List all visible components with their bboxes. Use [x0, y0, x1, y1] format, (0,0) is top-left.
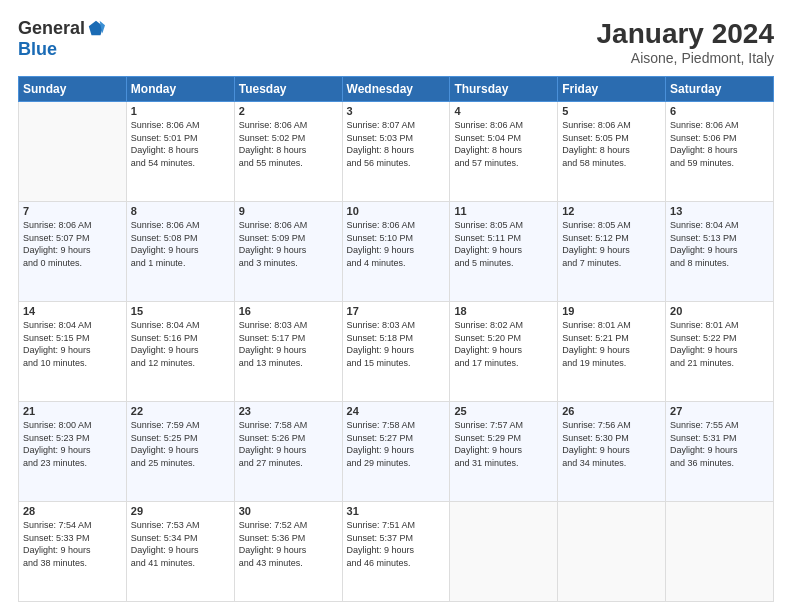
- day-number: 11: [454, 205, 553, 217]
- day-info: Sunrise: 8:04 AMSunset: 5:16 PMDaylight:…: [131, 319, 230, 369]
- sunrise-text: Sunrise: 7:59 AM: [131, 419, 230, 432]
- sunrise-text: Sunrise: 8:03 AM: [239, 319, 338, 332]
- daylight-text: Daylight: 9 hoursand 46 minutes.: [347, 544, 446, 569]
- sunset-text: Sunset: 5:06 PM: [670, 132, 769, 145]
- sunrise-text: Sunrise: 7:58 AM: [239, 419, 338, 432]
- daylight-line2: and 59 minutes.: [670, 157, 769, 170]
- sunset-text: Sunset: 5:20 PM: [454, 332, 553, 345]
- daylight-line1: Daylight: 9 hours: [23, 244, 122, 257]
- table-row: 4Sunrise: 8:06 AMSunset: 5:04 PMDaylight…: [450, 102, 558, 202]
- daylight-text: Daylight: 8 hoursand 58 minutes.: [562, 144, 661, 169]
- day-info: Sunrise: 7:52 AMSunset: 5:36 PMDaylight:…: [239, 519, 338, 569]
- sunset-text: Sunset: 5:10 PM: [347, 232, 446, 245]
- daylight-line1: Daylight: 9 hours: [347, 544, 446, 557]
- daylight-line1: Daylight: 9 hours: [347, 444, 446, 457]
- daylight-line2: and 55 minutes.: [239, 157, 338, 170]
- day-info: Sunrise: 8:06 AMSunset: 5:06 PMDaylight:…: [670, 119, 769, 169]
- daylight-line2: and 8 minutes.: [670, 257, 769, 270]
- daylight-text: Daylight: 9 hoursand 0 minutes.: [23, 244, 122, 269]
- sunrise-text: Sunrise: 8:00 AM: [23, 419, 122, 432]
- day-info: Sunrise: 7:58 AMSunset: 5:26 PMDaylight:…: [239, 419, 338, 469]
- daylight-line1: Daylight: 9 hours: [347, 244, 446, 257]
- calendar-header-row: Sunday Monday Tuesday Wednesday Thursday…: [19, 77, 774, 102]
- sunset-text: Sunset: 5:05 PM: [562, 132, 661, 145]
- calendar-week-row: 1Sunrise: 8:06 AMSunset: 5:01 PMDaylight…: [19, 102, 774, 202]
- sunrise-text: Sunrise: 8:06 AM: [131, 119, 230, 132]
- table-row: 25Sunrise: 7:57 AMSunset: 5:29 PMDayligh…: [450, 402, 558, 502]
- calendar-week-row: 7Sunrise: 8:06 AMSunset: 5:07 PMDaylight…: [19, 202, 774, 302]
- daylight-line2: and 4 minutes.: [347, 257, 446, 270]
- table-row: 2Sunrise: 8:06 AMSunset: 5:02 PMDaylight…: [234, 102, 342, 202]
- day-info: Sunrise: 8:06 AMSunset: 5:10 PMDaylight:…: [347, 219, 446, 269]
- daylight-text: Daylight: 9 hoursand 13 minutes.: [239, 344, 338, 369]
- sunset-text: Sunset: 5:36 PM: [239, 532, 338, 545]
- daylight-text: Daylight: 8 hoursand 57 minutes.: [454, 144, 553, 169]
- logo-blue-text: Blue: [18, 39, 57, 60]
- table-row: [19, 102, 127, 202]
- sunrise-text: Sunrise: 8:06 AM: [131, 219, 230, 232]
- daylight-text: Daylight: 9 hoursand 7 minutes.: [562, 244, 661, 269]
- table-row: 3Sunrise: 8:07 AMSunset: 5:03 PMDaylight…: [342, 102, 450, 202]
- sunset-text: Sunset: 5:16 PM: [131, 332, 230, 345]
- sunrise-text: Sunrise: 8:04 AM: [131, 319, 230, 332]
- daylight-line1: Daylight: 9 hours: [562, 444, 661, 457]
- sunrise-text: Sunrise: 8:06 AM: [347, 219, 446, 232]
- daylight-text: Daylight: 9 hoursand 29 minutes.: [347, 444, 446, 469]
- daylight-text: Daylight: 9 hoursand 8 minutes.: [670, 244, 769, 269]
- col-thursday: Thursday: [450, 77, 558, 102]
- daylight-line2: and 21 minutes.: [670, 357, 769, 370]
- day-info: Sunrise: 8:06 AMSunset: 5:01 PMDaylight:…: [131, 119, 230, 169]
- daylight-line2: and 3 minutes.: [239, 257, 338, 270]
- daylight-text: Daylight: 9 hoursand 15 minutes.: [347, 344, 446, 369]
- table-row: 26Sunrise: 7:56 AMSunset: 5:30 PMDayligh…: [558, 402, 666, 502]
- daylight-line2: and 15 minutes.: [347, 357, 446, 370]
- day-info: Sunrise: 7:53 AMSunset: 5:34 PMDaylight:…: [131, 519, 230, 569]
- table-row: [666, 502, 774, 602]
- sunrise-text: Sunrise: 7:54 AM: [23, 519, 122, 532]
- sunrise-text: Sunrise: 8:02 AM: [454, 319, 553, 332]
- sunrise-text: Sunrise: 8:07 AM: [347, 119, 446, 132]
- daylight-line2: and 56 minutes.: [347, 157, 446, 170]
- daylight-text: Daylight: 9 hoursand 41 minutes.: [131, 544, 230, 569]
- day-number: 17: [347, 305, 446, 317]
- table-row: [450, 502, 558, 602]
- daylight-text: Daylight: 9 hoursand 34 minutes.: [562, 444, 661, 469]
- table-row: 29Sunrise: 7:53 AMSunset: 5:34 PMDayligh…: [126, 502, 234, 602]
- day-info: Sunrise: 8:01 AMSunset: 5:22 PMDaylight:…: [670, 319, 769, 369]
- title-block: January 2024 Aisone, Piedmont, Italy: [597, 18, 774, 66]
- day-info: Sunrise: 7:57 AMSunset: 5:29 PMDaylight:…: [454, 419, 553, 469]
- day-info: Sunrise: 8:00 AMSunset: 5:23 PMDaylight:…: [23, 419, 122, 469]
- day-info: Sunrise: 8:07 AMSunset: 5:03 PMDaylight:…: [347, 119, 446, 169]
- sunrise-text: Sunrise: 8:06 AM: [562, 119, 661, 132]
- day-number: 31: [347, 505, 446, 517]
- daylight-line1: Daylight: 9 hours: [23, 344, 122, 357]
- logo-icon: [87, 19, 105, 37]
- sunset-text: Sunset: 5:12 PM: [562, 232, 661, 245]
- daylight-line2: and 23 minutes.: [23, 457, 122, 470]
- sunrise-text: Sunrise: 7:53 AM: [131, 519, 230, 532]
- day-info: Sunrise: 8:06 AMSunset: 5:09 PMDaylight:…: [239, 219, 338, 269]
- daylight-line2: and 12 minutes.: [131, 357, 230, 370]
- day-info: Sunrise: 8:04 AMSunset: 5:13 PMDaylight:…: [670, 219, 769, 269]
- daylight-line2: and 13 minutes.: [239, 357, 338, 370]
- sunset-text: Sunset: 5:17 PM: [239, 332, 338, 345]
- daylight-line1: Daylight: 9 hours: [23, 444, 122, 457]
- table-row: 14Sunrise: 8:04 AMSunset: 5:15 PMDayligh…: [19, 302, 127, 402]
- daylight-line2: and 10 minutes.: [23, 357, 122, 370]
- daylight-line1: Daylight: 9 hours: [670, 244, 769, 257]
- day-info: Sunrise: 8:05 AMSunset: 5:12 PMDaylight:…: [562, 219, 661, 269]
- day-info: Sunrise: 8:06 AMSunset: 5:02 PMDaylight:…: [239, 119, 338, 169]
- daylight-line2: and 38 minutes.: [23, 557, 122, 570]
- table-row: 17Sunrise: 8:03 AMSunset: 5:18 PMDayligh…: [342, 302, 450, 402]
- daylight-line1: Daylight: 9 hours: [562, 244, 661, 257]
- day-number: 2: [239, 105, 338, 117]
- daylight-line1: Daylight: 8 hours: [131, 144, 230, 157]
- sunset-text: Sunset: 5:13 PM: [670, 232, 769, 245]
- sunset-text: Sunset: 5:18 PM: [347, 332, 446, 345]
- sunrise-text: Sunrise: 8:01 AM: [670, 319, 769, 332]
- day-number: 7: [23, 205, 122, 217]
- table-row: 24Sunrise: 7:58 AMSunset: 5:27 PMDayligh…: [342, 402, 450, 502]
- daylight-line2: and 5 minutes.: [454, 257, 553, 270]
- daylight-text: Daylight: 9 hoursand 23 minutes.: [23, 444, 122, 469]
- daylight-text: Daylight: 8 hoursand 56 minutes.: [347, 144, 446, 169]
